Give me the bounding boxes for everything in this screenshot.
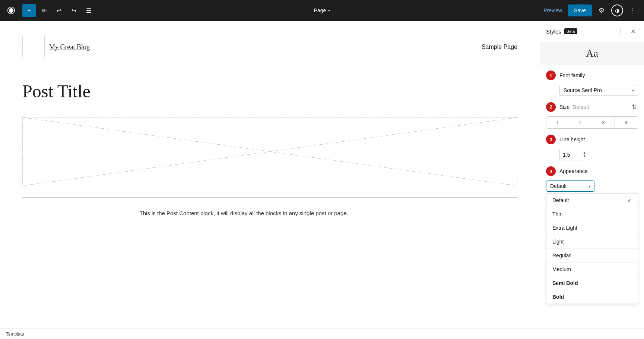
contrast-icon-button[interactable]: ◑ xyxy=(611,4,623,16)
size-btn-3[interactable]: 3 xyxy=(592,117,615,128)
wordpress-logo xyxy=(4,4,18,17)
blog-logo-placeholder xyxy=(22,36,45,58)
step-3-label: 3 xyxy=(549,137,552,142)
nav-link[interactable]: Sample Page xyxy=(482,44,517,50)
check-icon: ✓ xyxy=(627,197,632,203)
sidebar-title: Styles xyxy=(546,28,561,35)
line-height-increment-button[interactable]: ▲ xyxy=(583,151,586,154)
size-btn-4[interactable]: 4 xyxy=(615,117,638,128)
appearance-option-semi-bold-label: Semi Bold xyxy=(552,280,578,286)
styles-sidebar: Styles Beta ⋮ ✕ Aa 1 Font family xyxy=(540,21,644,329)
sidebar-more-button[interactable]: ⋮ xyxy=(616,26,626,37)
font-family-dropdown[interactable]: Source Serif Pro ▾ xyxy=(559,85,638,96)
content-divider xyxy=(22,197,517,198)
template-label: Template xyxy=(6,332,24,337)
blog-nav: Sample Page xyxy=(482,44,517,50)
line-height-row: 3 Line height xyxy=(546,135,638,144)
font-family-value: Source Serif Pro xyxy=(564,87,602,93)
line-height-spinners: ▲ ▼ xyxy=(583,151,586,158)
canvas: My Great Blog Sample Page Post Title Thi… xyxy=(0,21,540,329)
appearance-dropdown-menu: Default ✓ Thin Extra Light Light Regular xyxy=(546,193,638,304)
sidebar-header-actions: ⋮ ✕ xyxy=(616,26,638,37)
list-view-button[interactable]: ☰ xyxy=(82,4,95,17)
size-row: 2 Size Default ⇅ xyxy=(546,102,638,112)
line-height-input-row: 1.5 ▲ ▼ xyxy=(546,149,638,160)
add-block-button[interactable]: ＋ xyxy=(22,4,36,17)
page-chevron-icon: ▾ xyxy=(328,9,330,13)
step-4-label: 4 xyxy=(549,169,552,174)
step-2-circle: 2 xyxy=(546,102,556,112)
redo-button[interactable]: ↪ xyxy=(67,4,80,17)
appearance-option-default[interactable]: Default ✓ xyxy=(546,194,638,207)
more-options-button[interactable]: ⋮ xyxy=(626,4,640,17)
size-buttons: 1 2 3 4 xyxy=(546,116,638,129)
appearance-option-regular[interactable]: Regular xyxy=(546,249,638,263)
size-label: Size Default xyxy=(559,104,589,110)
size-btn-2[interactable]: 2 xyxy=(569,117,592,128)
appearance-section: 4 Appearance Default ▾ Default ✓ xyxy=(546,166,638,304)
appearance-option-default-label: Default xyxy=(552,197,569,203)
font-family-dropdown-arrow-icon: ▾ xyxy=(632,88,634,92)
line-height-section: 3 Line height 1.5 ▲ ▼ xyxy=(546,135,638,160)
typography-preview-text: Aa xyxy=(586,47,598,59)
page-indicator[interactable]: Page ▾ xyxy=(314,7,330,13)
appearance-dropdown-arrow-icon: ▾ xyxy=(589,184,590,188)
line-height-input[interactable]: 1.5 ▲ ▼ xyxy=(559,149,589,160)
appearance-option-bold[interactable]: Bold xyxy=(546,290,638,304)
step-4-circle: 4 xyxy=(546,166,556,176)
step-2-label: 2 xyxy=(549,104,552,110)
line-height-decrement-button[interactable]: ▼ xyxy=(583,155,586,158)
save-button[interactable]: Save xyxy=(568,4,592,16)
appearance-dropdown-row: Default ▾ xyxy=(546,181,638,192)
toolbar: ＋ ✏ ↩ ↪ ☰ Page ▾ Preview Save ⚙ ◑ ⋮ xyxy=(0,0,644,21)
step-1-circle: 1 xyxy=(546,70,556,80)
font-family-label: Font family xyxy=(559,72,585,78)
step-1-label: 1 xyxy=(549,73,552,78)
undo-button[interactable]: ↩ xyxy=(52,4,66,17)
appearance-option-semi-bold[interactable]: Semi Bold xyxy=(546,276,638,290)
typography-preview: Aa xyxy=(540,42,644,65)
post-title[interactable]: Post Title xyxy=(22,81,517,102)
appearance-option-medium-label: Medium xyxy=(552,266,571,272)
blog-title[interactable]: My Great Blog xyxy=(49,43,90,51)
appearance-option-medium[interactable]: Medium xyxy=(546,263,638,276)
appearance-option-light[interactable]: Light xyxy=(546,235,638,249)
size-default-text: Default xyxy=(572,104,589,110)
sidebar-header: Styles Beta ⋮ ✕ xyxy=(540,21,644,42)
font-family-section: 1 Font family Source Serif Pro ▾ xyxy=(546,70,638,96)
toolbar-right: Preview Save ⚙ ◑ ⋮ xyxy=(540,4,640,17)
preview-button[interactable]: Preview xyxy=(540,6,565,15)
sidebar-close-button[interactable]: ✕ xyxy=(628,26,638,37)
size-adjust-button[interactable]: ⇅ xyxy=(630,102,638,112)
main-area: My Great Blog Sample Page Post Title Thi… xyxy=(0,21,644,329)
appearance-option-light-label: Light xyxy=(552,239,564,245)
line-height-label: Line height xyxy=(559,136,585,142)
appearance-option-thin-label: Thin xyxy=(552,211,562,217)
page-label: Page xyxy=(314,7,326,13)
settings-icon-button[interactable]: ⚙ xyxy=(595,4,608,17)
sidebar-title-row: Styles Beta xyxy=(546,28,577,35)
blog-header-left: My Great Blog xyxy=(22,36,90,58)
appearance-row: 4 Appearance xyxy=(546,166,638,176)
appearance-option-regular-label: Regular xyxy=(552,252,571,258)
font-family-row: 1 Font family xyxy=(546,70,638,80)
status-bar: Template xyxy=(0,329,644,339)
appearance-option-thin[interactable]: Thin xyxy=(546,207,638,221)
appearance-option-extra-light-label: Extra Light xyxy=(552,225,577,231)
step-3-circle: 3 xyxy=(546,135,556,144)
appearance-value: Default xyxy=(550,183,567,189)
appearance-option-bold-label: Bold xyxy=(552,294,564,300)
edit-button[interactable]: ✏ xyxy=(37,4,51,17)
image-placeholder[interactable] xyxy=(22,117,517,186)
post-content-text[interactable]: This is the Post Content block, it will … xyxy=(140,209,400,218)
appearance-select[interactable]: Default ▾ xyxy=(546,181,594,192)
blog-header: My Great Blog Sample Page xyxy=(22,36,517,58)
beta-badge: Beta xyxy=(564,28,577,34)
size-btn-1[interactable]: 1 xyxy=(546,117,569,128)
size-section: 2 Size Default ⇅ 1 2 3 4 xyxy=(546,102,638,129)
line-height-value: 1.5 xyxy=(563,152,570,158)
appearance-option-extra-light[interactable]: Extra Light xyxy=(546,221,638,235)
appearance-label: Appearance xyxy=(559,168,588,174)
font-family-dropdown-row: Source Serif Pro ▾ xyxy=(546,85,638,96)
sidebar-content: 1 Font family Source Serif Pro ▾ 2 xyxy=(540,65,644,329)
